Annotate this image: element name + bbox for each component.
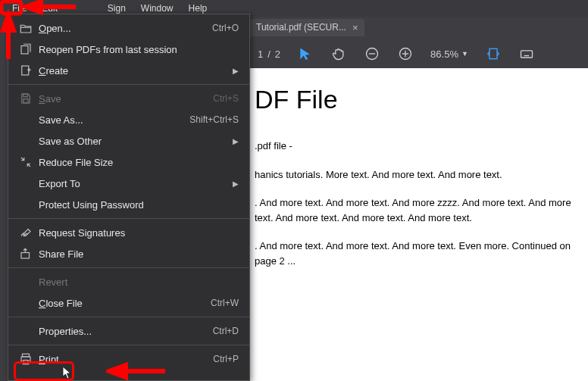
menu-separator: [8, 317, 249, 317]
menu-item-create[interactable]: Create ▶: [8, 60, 249, 81]
menu-item-shortcut: Ctrl+S: [213, 93, 239, 104]
svg-rect-19: [21, 253, 30, 259]
document-viewport: DF File .pdf file - hanics tutorials. Mo…: [250, 68, 588, 381]
tab-bar: Tutorial.pdf (SECUR... ×: [250, 17, 588, 38]
menu-item-label: Save As...: [39, 114, 189, 126]
fit-width-icon[interactable]: [485, 45, 502, 62]
menu-item-shortcut: Ctrl+D: [213, 326, 239, 336]
menu-item-share-file[interactable]: Share File: [8, 243, 249, 264]
selection-tool-icon[interactable]: [297, 45, 314, 62]
file-menu: Open... Ctrl+O Reopen PDFs from last ses…: [8, 14, 250, 381]
menu-item-label: Save: [39, 93, 213, 105]
menu-item-shortcut: Ctrl+W: [211, 298, 239, 308]
menu-item-close-file[interactable]: Close File Ctrl+W: [8, 292, 249, 314]
menu-item-label: Save as Other: [39, 136, 233, 147]
menu-separator: [8, 345, 249, 345]
zoom-level[interactable]: 86.5% ▼: [430, 48, 468, 60]
doc-paragraph: . And more text. And more text. And more…: [255, 239, 579, 268]
chevron-right-icon: ▶: [233, 67, 239, 75]
folder-open-icon: [19, 21, 39, 35]
page-sep: /: [267, 48, 271, 60]
tab-document[interactable]: Tutorial.pdf (SECUR... ×: [250, 19, 364, 36]
menu-item-export-to[interactable]: Export To ▶: [8, 173, 249, 194]
toolbar: 1 / 2 86.5% ▼: [250, 39, 588, 68]
menu-item-properties[interactable]: Properties... Ctrl+D: [8, 320, 249, 342]
page-total: 2: [275, 48, 280, 60]
menu-separator: [8, 267, 249, 268]
svg-rect-17: [23, 94, 27, 97]
menu-item-shortcut: Ctrl+P: [213, 354, 239, 364]
menu-item-reduce[interactable]: Reduce File Size: [8, 151, 249, 173]
menu-item-save-as[interactable]: Save As... Shift+Ctrl+S: [8, 109, 249, 130]
menu-item-label: Create: [39, 65, 233, 77]
menu-separator: [8, 84, 249, 85]
keyboard-icon[interactable]: [518, 45, 535, 62]
page-current: 1: [258, 48, 263, 60]
doc-paragraph: .pdf file -: [255, 139, 579, 154]
menu-item-label: Reduce File Size: [39, 157, 239, 168]
menu-item-print[interactable]: Print... Ctrl+P: [8, 348, 249, 370]
menu-item-protect[interactable]: Protect Using Password: [8, 194, 249, 215]
svg-rect-5: [489, 48, 497, 58]
svg-rect-18: [23, 99, 28, 103]
page-indicator: 1 / 2: [258, 48, 280, 60]
signature-icon: [19, 226, 39, 239]
menu-item-save: Save Ctrl+S: [8, 88, 249, 109]
zoom-value: 86.5%: [430, 48, 458, 60]
menu-item-label: Open...: [39, 23, 212, 34]
save-icon: [19, 92, 39, 105]
menu-item-open[interactable]: Open... Ctrl+O: [8, 17, 249, 39]
menu-item-label: Revert: [39, 276, 239, 288]
menu-item-label: Reopen PDFs from last session: [39, 44, 239, 55]
menu-item-label: Protect Using Password: [39, 199, 239, 211]
menu-item-label: Share File: [39, 248, 239, 260]
menu-item-save-other[interactable]: Save as Other ▶: [8, 130, 249, 151]
chevron-right-icon: ▶: [233, 137, 239, 145]
doc-paragraph: hanics tutorials. More text. And more te…: [255, 167, 579, 183]
svg-rect-21: [23, 361, 28, 364]
hand-tool-icon[interactable]: [330, 45, 347, 62]
close-tab-icon[interactable]: ×: [352, 22, 358, 33]
menu-separator: [8, 218, 249, 219]
menu-item-shortcut: Shift+Ctrl+S: [189, 114, 239, 125]
share-icon: [19, 247, 39, 261]
zoom-in-icon[interactable]: [397, 45, 414, 62]
print-icon: [19, 352, 39, 366]
menu-item-reopen[interactable]: Reopen PDFs from last session: [8, 39, 249, 60]
menu-item-shortcut: Ctrl+O: [212, 23, 239, 33]
menu-item-label: Print...: [39, 354, 213, 365]
chevron-down-icon: ▼: [461, 50, 468, 58]
svg-rect-6: [521, 51, 532, 58]
create-icon: [19, 64, 39, 77]
doc-paragraph: . And more text. And more text. And more…: [255, 195, 579, 225]
menu-item-revert: Revert: [8, 271, 249, 292]
menu-item-label: Close File: [39, 298, 211, 309]
menu-item-request-signatures[interactable]: Request Signatures: [8, 222, 249, 243]
reopen-icon: [19, 42, 39, 56]
tab-title: Tutorial.pdf (SECUR...: [256, 22, 346, 33]
menu-item-label: Properties...: [39, 326, 213, 337]
chevron-right-icon: ▶: [233, 180, 239, 188]
svg-rect-14: [22, 66, 29, 75]
compress-icon: [19, 155, 39, 169]
svg-rect-13: [21, 46, 28, 55]
menu-item-label: Export To: [39, 178, 233, 189]
cursor-icon: [62, 366, 73, 379]
doc-heading: DF File: [255, 80, 579, 119]
menu-item-label: Request Signatures: [39, 227, 239, 239]
zoom-out-icon[interactable]: [364, 45, 380, 62]
